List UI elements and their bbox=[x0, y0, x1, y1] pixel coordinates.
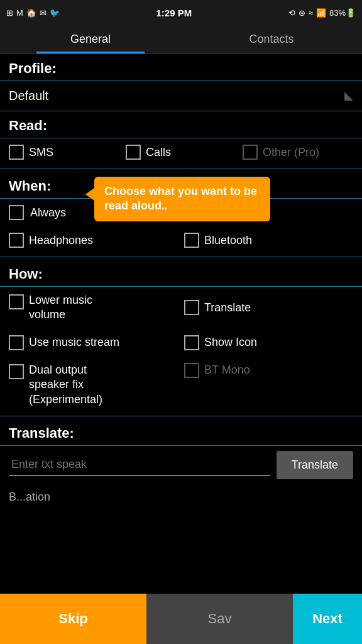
how-show-icon-group[interactable]: Show Icon bbox=[184, 335, 353, 350]
status-left-icons: ⊞ M 🏠 ✉ 🐦 bbox=[6, 8, 60, 18]
how-row-3: Dual output speaker fix (Experimental) B… bbox=[0, 357, 362, 413]
profile-arrow-icon bbox=[344, 92, 353, 101]
how-header: How: bbox=[0, 260, 362, 287]
translate-button[interactable]: Translate bbox=[277, 451, 353, 479]
save-label-text: Sav bbox=[208, 611, 232, 627]
how-translate-group[interactable]: Translate bbox=[184, 300, 353, 315]
battery-text: 83%🔋 bbox=[329, 8, 356, 18]
when-headphones-label: Headphones bbox=[29, 234, 93, 247]
how-bt-mono-checkbox bbox=[184, 363, 199, 378]
home-icon: 🏠 bbox=[26, 8, 36, 18]
sms-icon: ✉ bbox=[40, 8, 47, 18]
tab-bar: General Contacts bbox=[0, 25, 362, 54]
when-always-checkbox[interactable] bbox=[9, 205, 24, 220]
translate-input-row: Translate bbox=[0, 446, 362, 484]
profile-header: Profile: bbox=[0, 54, 362, 81]
how-dual-output-checkbox[interactable] bbox=[9, 364, 24, 379]
how-dual-output-label: Dual output speaker fix (Experimental) bbox=[29, 363, 117, 407]
read-header: Read: bbox=[0, 111, 362, 138]
profile-value-text: Default bbox=[9, 89, 48, 103]
when-headphones-bluetooth-row: Headphones Bluetooth bbox=[0, 226, 362, 254]
wifi-icon: ≈ bbox=[309, 8, 313, 18]
when-bluetooth-label: Bluetooth bbox=[204, 234, 252, 247]
bottom-bar: Skip Sav Next bbox=[0, 594, 362, 644]
read-options-row: SMS Calls Other (Pro) bbox=[0, 138, 362, 166]
read-sms-label: SMS bbox=[29, 146, 53, 159]
when-headphones-checkbox[interactable] bbox=[9, 233, 24, 248]
translate-input[interactable] bbox=[9, 454, 270, 476]
main-content: Profile: Default Read: SMS Calls Other (… bbox=[0, 54, 362, 510]
divider-read-when bbox=[0, 169, 362, 169]
bluetooth-icon: ⊛ bbox=[299, 8, 305, 18]
status-bar: ⊞ M 🏠 ✉ 🐦 1:29 PM ⟲ ⊛ ≈ 📶 83%🔋 bbox=[0, 0, 362, 25]
status-right-icons: ⟲ ⊛ ≈ 📶 83%🔋 bbox=[288, 8, 356, 18]
save-area: Sav bbox=[146, 594, 293, 644]
how-bt-mono-group: BT Mono bbox=[184, 363, 353, 378]
read-calls-group[interactable]: Calls bbox=[126, 145, 236, 160]
bottom-label-row: B...ation bbox=[0, 484, 362, 510]
how-lower-music-checkbox[interactable] bbox=[9, 294, 24, 309]
how-lower-music-label: Lower music volume bbox=[29, 293, 117, 323]
divider-when-how bbox=[0, 257, 362, 257]
bottom-label-text: B...ation bbox=[9, 491, 50, 504]
when-tooltip: Choose what you want to be read aloud.. bbox=[94, 177, 270, 221]
tab-general[interactable]: General bbox=[0, 25, 181, 53]
tab-contacts[interactable]: Contacts bbox=[181, 25, 362, 53]
read-sms-checkbox[interactable] bbox=[9, 145, 24, 160]
how-use-music-group[interactable]: Use music stream bbox=[9, 335, 178, 350]
how-use-music-label: Use music stream bbox=[29, 336, 119, 349]
how-dual-output-group[interactable]: Dual output speaker fix (Experimental) bbox=[9, 363, 178, 407]
read-other-checkbox bbox=[243, 145, 258, 160]
when-bluetooth-group[interactable]: Bluetooth bbox=[184, 233, 353, 248]
next-button[interactable]: Next bbox=[293, 594, 362, 644]
gmail-icon: M bbox=[16, 8, 23, 18]
status-time: 1:29 PM bbox=[156, 8, 192, 18]
how-bt-mono-label: BT Mono bbox=[204, 364, 250, 377]
how-show-icon-checkbox[interactable] bbox=[184, 335, 199, 350]
read-other-label: Other (Pro) bbox=[263, 146, 319, 159]
when-bluetooth-checkbox[interactable] bbox=[184, 233, 199, 248]
how-translate-checkbox[interactable] bbox=[184, 300, 199, 315]
read-calls-label: Calls bbox=[146, 146, 171, 159]
translate-section-header: Translate: bbox=[0, 419, 362, 446]
add-icon: ⊞ bbox=[6, 8, 13, 18]
how-row-1: Lower music volume Translate bbox=[0, 287, 362, 329]
how-translate-label: Translate bbox=[204, 301, 251, 314]
how-show-icon-label: Show Icon bbox=[204, 336, 257, 349]
twitter-icon: 🐦 bbox=[50, 8, 60, 18]
skip-button[interactable]: Skip bbox=[0, 594, 146, 644]
how-row-2: Use music stream Show Icon bbox=[0, 329, 362, 357]
read-other-group: Other (Pro) bbox=[243, 145, 353, 160]
profile-value-row[interactable]: Default bbox=[0, 81, 362, 111]
sync-icon: ⟲ bbox=[288, 8, 295, 18]
read-calls-checkbox[interactable] bbox=[126, 145, 141, 160]
read-sms-group[interactable]: SMS bbox=[9, 145, 119, 160]
signal-icon: 📶 bbox=[316, 8, 326, 18]
how-use-music-checkbox[interactable] bbox=[9, 335, 24, 350]
how-lower-music-group[interactable]: Lower music volume bbox=[9, 293, 178, 323]
when-always-label: Always bbox=[30, 206, 66, 219]
when-section: When: Choose what you want to be read al… bbox=[0, 172, 362, 254]
divider-how-translate bbox=[0, 416, 362, 416]
when-headphones-group[interactable]: Headphones bbox=[9, 233, 178, 248]
